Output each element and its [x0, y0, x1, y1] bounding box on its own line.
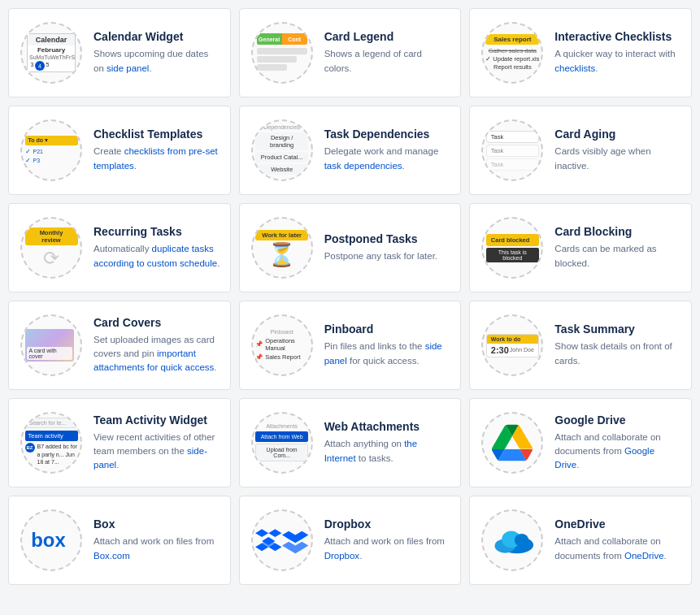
svg-marker-2 [268, 529, 281, 537]
desc-box: Attach and work on files from Box.com [93, 535, 220, 563]
card-aging[interactable]: Task Task Task Card Aging Cards visibly … [469, 106, 692, 195]
text-area-task-dep: Task Dependencies Delegate work and mana… [324, 128, 451, 173]
card-recurring-tasks[interactable]: Monthly review ⟳ Recurring Tasks Automat… [8, 203, 231, 292]
title-task-dependencies: Task Dependencies [324, 128, 451, 141]
task-sum-mini: Work to do 2:30 John Doe [486, 334, 539, 357]
icon-circle-recurring: Monthly review ⟳ [20, 217, 82, 279]
icon-circle-checklists: Sales report Gather sales data ✓ Update … [481, 22, 543, 84]
card-card-covers[interactable]: A card with cover Card Covers Set upload… [8, 301, 231, 390]
calendar-mini: Calendar February SuMoTuWeThFrSa 345 [27, 33, 76, 72]
card-dropbox[interactable]: Dropbox Attach and work on files from Dr… [239, 496, 462, 585]
desc-onedrive: Attach and collaborate on documents from… [554, 535, 681, 563]
desc-postponed-tasks: Postpone any task for later. [324, 249, 451, 263]
gdrive-mini [486, 422, 539, 463]
svg-marker-8 [282, 542, 309, 554]
card-checklist-templates[interactable]: To do ▾ ✓ P21 ✓ P3 Checklist Templates C… [8, 106, 231, 195]
web-att-mini: Attachments Attach from Web Upload from … [255, 423, 308, 463]
icon-area-checklist-tmpl: To do ▾ ✓ P21 ✓ P3 [19, 118, 84, 183]
desc-card-legend: Shows a legend of card colors. [324, 47, 451, 76]
title-task-summary: Task Summary [554, 323, 681, 336]
icon-area-web-att: Attachments Attach from Web Upload from … [250, 410, 315, 475]
card-web-attachments[interactable]: Attachments Attach from Web Upload from … [239, 398, 462, 487]
text-area-task-sum: Task Summary Show task details on front … [554, 323, 681, 368]
card-task-summary[interactable]: Work to do 2:30 John Doe Task Summary Sh… [469, 301, 692, 390]
svg-point-12 [515, 534, 528, 547]
icon-area-blocking: Card blocked This task is blocked [480, 215, 545, 280]
icon-area-recurring: Monthly review ⟳ [19, 215, 84, 280]
link-side-panel: side panel [107, 63, 149, 73]
svg-marker-7 [282, 531, 309, 544]
icon-circle-onedrive [481, 509, 543, 571]
pin-icon-1: 📌 [255, 340, 263, 348]
card-card-blocking[interactable]: Card blocked This task is blocked Card B… [469, 203, 692, 292]
text-area-calendar: Calendar Widget Shows upcoming due dates… [93, 30, 220, 76]
desc-card-covers: Set uploaded images as card covers and p… [93, 333, 220, 375]
desc-calendar-widget: Shows upcoming due dates on side panel. [93, 47, 220, 76]
icon-area-covers: A card with cover [19, 313, 84, 378]
icon-area-task-sum: Work to do 2:30 John Doe [480, 313, 545, 378]
card-onedrive[interactable]: OneDrive Attach and collaborate on docum… [469, 496, 692, 585]
icon-area-box: box [19, 508, 84, 573]
checklist-tmpl-mini: To do ▾ ✓ P21 ✓ P3 [25, 136, 78, 166]
dropbox-simple-icon [282, 519, 309, 561]
icon-circle-blocking: Card blocked This task is blocked [481, 217, 543, 279]
icon-area-checklists: Sales report Gather sales data ✓ Update … [480, 20, 545, 85]
text-area-onedrive: OneDrive Attach and collaborate on docum… [554, 518, 681, 563]
icon-circle-covers: A card with cover [20, 314, 82, 376]
dropbox-logo-icon [255, 519, 282, 561]
title-team-activity: Team Activity Widget [93, 414, 220, 427]
desc-recurring-tasks: Automatically duplicate tasks according … [93, 242, 220, 271]
desc-task-dependencies: Delegate work and manage task dependenci… [324, 145, 451, 173]
desc-card-aging: Cards visibly age when inactive. [554, 145, 681, 173]
title-interactive-checklists: Interactive Checklists [554, 30, 681, 43]
pinboard-mini: Pinboard 📌 Operations Manual 📌 Sales Rep… [255, 329, 308, 362]
desc-web-attachments: Attach anything on the Internet to tasks… [324, 437, 451, 466]
text-area-legend: Card Legend Shows a legend of card color… [324, 30, 451, 76]
title-card-blocking: Card Blocking [554, 225, 681, 238]
card-interactive-checklists[interactable]: Sales report Gather sales data ✓ Update … [469, 8, 692, 97]
card-google-drive[interactable]: Google Drive Attach and collaborate on d… [469, 398, 692, 487]
icon-area-calendar: Calendar February SuMoTuWeThFrSa 345 [19, 20, 84, 85]
text-area-dropbox: Dropbox Attach and work on files from Dr… [324, 518, 451, 563]
desc-team-activity: View recent activities of other team mem… [93, 431, 220, 473]
desc-card-blocking: Cards can be marked as blocked. [554, 242, 681, 271]
icon-circle-task-dep: Dependencies Design / branding Product C… [251, 119, 313, 181]
text-area-checklist-tmpl: Checklist Templates Create checklists fr… [93, 128, 220, 173]
power-ups-grid: Calendar February SuMoTuWeThFrSa 345 Cal… [8, 8, 692, 585]
title-dropbox: Dropbox [324, 518, 451, 531]
text-area-blocking: Card Blocking Cards can be marked as blo… [554, 225, 681, 271]
text-area-postponed: Postponed Tasks Postpone any task for la… [324, 232, 451, 263]
card-postponed-tasks[interactable]: Work for later ⏳ Postponed Tasks Postpon… [239, 203, 462, 292]
desc-checklist-templates: Create checklists from pre-set templates… [93, 145, 220, 173]
card-box[interactable]: box Box Attach and work on files from Bo… [8, 496, 231, 585]
onedrive-logo-icon [489, 524, 536, 557]
blocking-mini: Card blocked This task is blocked [486, 234, 539, 262]
icon-area-aging: Task Task Task [480, 118, 545, 183]
card-legend-card[interactable]: General Cont Card Legend Shows a legend … [239, 8, 462, 97]
title-box: Box [93, 518, 220, 531]
icon-area-postponed: Work for later ⏳ [250, 215, 315, 280]
title-card-covers: Card Covers [93, 316, 220, 329]
icon-area-dropbox [250, 508, 315, 573]
icon-circle-task-sum: Work to do 2:30 John Doe [481, 314, 543, 376]
icon-area-gdrive [480, 410, 545, 475]
text-area-aging: Card Aging Cards visibly age when inacti… [554, 128, 681, 173]
dropbox-mini [255, 519, 308, 561]
onedrive-mini [486, 524, 539, 557]
text-area-box: Box Attach and work on files from Box.co… [93, 518, 220, 563]
card-team-activity[interactable]: Search for te... Team activity BZ B7 add… [8, 398, 231, 487]
card-calendar-widget[interactable]: Calendar February SuMoTuWeThFrSa 345 Cal… [8, 8, 231, 97]
title-calendar-widget: Calendar Widget [93, 30, 220, 43]
icon-area-pinboard: Pinboard 📌 Operations Manual 📌 Sales Rep… [250, 313, 315, 378]
title-checklist-templates: Checklist Templates [93, 128, 220, 141]
aging-mini: Task Task Task [486, 129, 539, 172]
title-postponed-tasks: Postponed Tasks [324, 232, 451, 245]
icon-circle-team-act: Search for te... Team activity BZ B7 add… [20, 412, 82, 474]
title-recurring-tasks: Recurring Tasks [93, 225, 220, 238]
team-act-mini: Search for te... Team activity BZ B7 add… [25, 418, 78, 468]
card-pinboard[interactable]: Pinboard 📌 Operations Manual 📌 Sales Rep… [239, 301, 462, 390]
desc-google-drive: Attach and collaborate on documents from… [554, 431, 681, 473]
box-logo-icon: box [29, 528, 74, 552]
title-card-legend: Card Legend [324, 30, 451, 43]
card-task-dependencies[interactable]: Dependencies Design / branding Product C… [239, 106, 462, 195]
